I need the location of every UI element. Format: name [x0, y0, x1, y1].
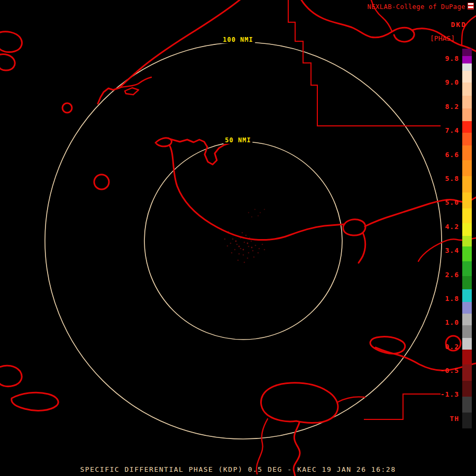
colorbar-segment — [462, 108, 472, 121]
colorbar-segment — [462, 246, 472, 261]
colorbar-segment — [462, 49, 472, 56]
colorbar-segment — [462, 261, 472, 276]
coastline-outlines — [0, 0, 476, 476]
colorbar-segment — [462, 133, 472, 145]
colorbar-tick-label: 1.0 — [433, 319, 459, 326]
colorbar-segment — [462, 160, 472, 176]
radar-map-canvas — [0, 0, 476, 476]
colorbar-segment — [462, 56, 472, 63]
colorbar-segment — [462, 397, 472, 413]
colorbar-segment — [462, 381, 472, 397]
colorbar-tick-label: 9.0 — [433, 79, 459, 86]
product-units: [PHAS] — [430, 34, 455, 42]
radar-display: 100 NMI 50 NMI NEXLAB-College of DuPage … — [0, 0, 476, 476]
colorbar-tick-label: 2.6 — [433, 271, 459, 278]
range-ring-100nmi — [45, 42, 442, 439]
colorbar-segment — [462, 302, 472, 314]
colorbar-segment — [462, 325, 472, 338]
colorbar-segment — [462, 121, 472, 133]
colorbar-segment — [462, 83, 472, 95]
range-ring-label-50: 50 NMI — [223, 136, 252, 144]
colorbar-bar — [462, 49, 472, 428]
colorbar-segment — [462, 314, 472, 325]
colorbar-tick-label: 4.2 — [433, 223, 459, 230]
colorbar-segment — [462, 276, 472, 289]
colorbar-segment — [462, 176, 472, 192]
colorbar-segment — [462, 63, 472, 71]
colorbar-tick-label: 9.8 — [433, 55, 459, 62]
colorbar-segment — [462, 145, 472, 160]
colorbar-tick-label: 6.6 — [433, 151, 459, 158]
cod-flag-icon — [468, 3, 474, 10]
range-rings — [45, 42, 442, 439]
colorbar-tick-label: -1.3 — [433, 391, 459, 398]
colorbar-tick-label: -0.5 — [433, 367, 459, 374]
brand-text: NEXLAB-College of DuPage — [368, 3, 465, 11]
colorbar-tick-label: 1.8 — [433, 295, 459, 302]
colorbar-segment — [462, 338, 472, 350]
colorbar-tick-label: 5.8 — [433, 175, 459, 182]
range-ring-label-100: 100 NMI — [221, 36, 255, 43]
product-code: DKD — [451, 21, 466, 29]
colorbar-segment — [462, 193, 472, 208]
colorbar-segment — [462, 96, 472, 108]
radar-echoes — [224, 209, 266, 263]
colorbar-tick-label: 3.4 — [433, 247, 459, 254]
colorbar-segment — [462, 289, 472, 302]
colorbar-segment — [462, 413, 472, 428]
colorbar-tick-label: 7.4 — [433, 127, 459, 134]
colorbar-tick-label: 8.2 — [433, 103, 459, 110]
colorbar-segment — [462, 236, 472, 246]
colorbar-tick-label: TH — [433, 415, 459, 422]
colorbar-tick-labels: 9.89.08.27.46.65.85.04.23.42.61.81.00.2-… — [433, 55, 459, 422]
colorbar-segment — [462, 364, 472, 380]
colorbar-tick-label: 0.2 — [433, 343, 459, 350]
colorbar-segment — [462, 223, 472, 236]
colorbar-tick-label: 5.0 — [433, 199, 459, 206]
colorbar-segment — [462, 208, 472, 223]
colorbar-segment — [462, 71, 472, 83]
colorbar-segment — [462, 350, 472, 364]
product-caption: SPECIFIC DIFFERENTIAL PHASE (KDP) 0.5 DE… — [0, 465, 476, 473]
political-boundaries — [288, 0, 441, 419]
